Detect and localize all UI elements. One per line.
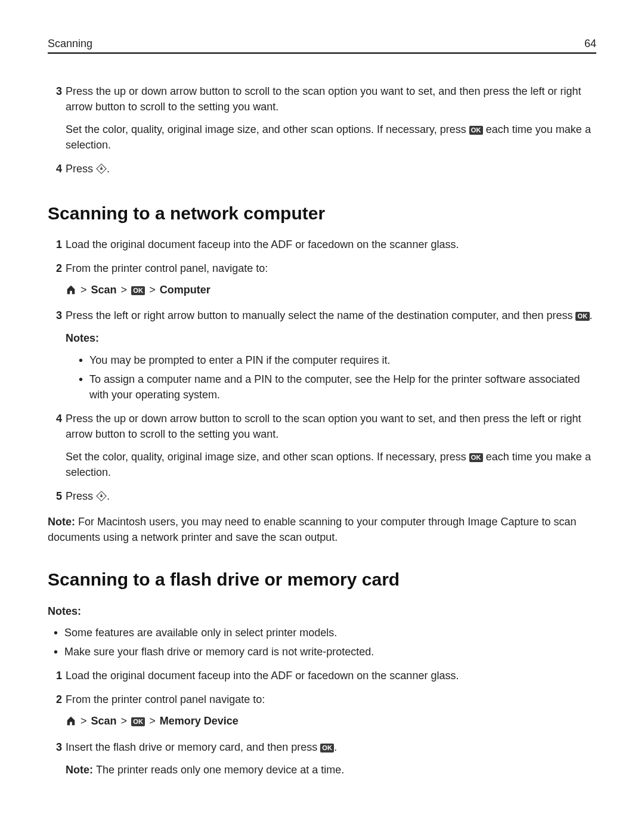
crumb-scan: Scan — [91, 284, 117, 296]
page-number: 64 — [584, 36, 596, 51]
note-item: Some features are available only in sele… — [54, 625, 596, 640]
step-5: 5 Press . — [48, 488, 596, 506]
intro-steps: 3 Press the up or down arrow button to s… — [48, 83, 596, 178]
heading-scan-flash: Scanning to a flash drive or memory card — [48, 566, 596, 593]
step-number: 1 — [48, 237, 62, 252]
step-3: 3 Insert the flash drive or memory card,… — [48, 739, 596, 778]
step-number: 2 — [48, 261, 62, 276]
crumb-scan: Scan — [91, 715, 117, 727]
ok-icon: OK — [469, 126, 483, 135]
start-icon — [96, 163, 107, 178]
flash-steps: 1 Load the original document faceup into… — [48, 668, 596, 777]
note-item: You may be prompted to enter a PIN if th… — [79, 352, 596, 368]
step-3: 3 Press the left or right arrow button t… — [48, 308, 596, 402]
note-item: To assign a computer name and a PIN to t… — [79, 371, 596, 402]
home-icon — [66, 715, 76, 730]
nav-path: > Scan > OK > Computer — [66, 282, 596, 299]
step-note: Note: The printer reads only one memory … — [66, 762, 596, 778]
step-1: 1 Load the original document faceup into… — [48, 668, 596, 683]
step-subtext: Set the color, quality, original image s… — [66, 122, 596, 153]
step-subtext: Set the color, quality, original image s… — [66, 449, 596, 480]
step-4: 4 Press . — [48, 161, 596, 178]
step-text: Press the left or right arrow button to … — [66, 309, 593, 321]
step-text: Insert the flash drive or memory card, a… — [66, 741, 337, 753]
step-number: 2 — [48, 692, 62, 707]
step-text: From the printer control panel navigate … — [66, 693, 265, 705]
start-icon — [96, 490, 107, 506]
note-item: Make sure your flash drive or memory car… — [54, 644, 596, 659]
crumb-dest: Computer — [160, 284, 210, 296]
step-text: Load the original document faceup into t… — [66, 670, 459, 682]
step-number: 4 — [48, 411, 62, 426]
notes-list: You may be prompted to enter a PIN if th… — [66, 352, 596, 402]
step-number: 3 — [48, 83, 62, 99]
ok-icon: OK — [575, 312, 589, 321]
step-text: From the printer control panel, navigate… — [66, 262, 268, 274]
step-number: 3 — [48, 308, 62, 323]
step-number: 1 — [48, 668, 62, 683]
step-text: Press the up or down arrow button to scr… — [66, 85, 581, 113]
step-number: 5 — [48, 488, 62, 504]
notes-list: Some features are available only in sele… — [48, 625, 596, 659]
ok-icon: OK — [469, 453, 483, 462]
step-2: 2 From the printer control panel navigat… — [48, 692, 596, 730]
crumb-dest: Memory Device — [160, 715, 239, 727]
notes-label: Notes: — [48, 603, 596, 619]
step-text: Press . — [66, 490, 110, 502]
ok-icon: OK — [320, 744, 334, 753]
heading-scan-network: Scanning to a network computer — [48, 200, 596, 227]
home-icon — [66, 284, 76, 299]
page-header: Scanning 64 — [48, 36, 596, 54]
section-note: Note: For Macintosh users, you may need … — [48, 514, 596, 545]
section-title: Scanning — [48, 36, 92, 51]
notes-label: Notes: — [66, 330, 596, 346]
step-2: 2 From the printer control panel, naviga… — [48, 261, 596, 299]
step-number: 4 — [48, 161, 62, 176]
step-1: 1 Load the original document faceup into… — [48, 237, 596, 252]
step-number: 3 — [48, 739, 62, 755]
net-steps: 1 Load the original document faceup into… — [48, 237, 596, 506]
step-text: Load the original document faceup into t… — [66, 239, 459, 250]
step-3: 3 Press the up or down arrow button to s… — [48, 83, 596, 153]
ok-icon: OK — [131, 286, 145, 295]
ok-icon: OK — [131, 717, 145, 726]
step-4: 4 Press the up or down arrow button to s… — [48, 411, 596, 480]
step-text: Press . — [66, 163, 110, 175]
nav-path: > Scan > OK > Memory Device — [66, 713, 596, 730]
step-text: Press the up or down arrow button to scr… — [66, 413, 581, 440]
